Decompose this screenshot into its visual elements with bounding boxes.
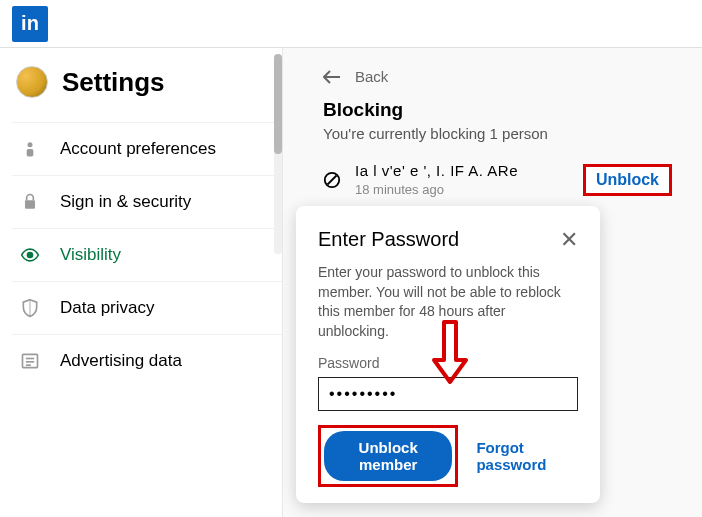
sidebar-item-label: Advertising data — [60, 351, 182, 371]
sidebar-item-advertising-data[interactable]: Advertising data — [12, 334, 282, 387]
person-icon — [20, 139, 40, 159]
blocked-info: Ia l v'e' e ', I. IF A. ARe 18 minutes a… — [355, 162, 569, 197]
sidebar-item-visibility[interactable]: Visibility — [12, 228, 282, 281]
modal-header: Enter Password ✕ — [318, 228, 578, 251]
password-label: Password — [318, 355, 578, 371]
sidebar-item-label: Sign in & security — [60, 192, 191, 212]
scrollbar-thumb[interactable] — [274, 54, 282, 154]
unblock-highlight-box: Unblock member — [318, 425, 458, 487]
sidebar-item-account-preferences[interactable]: Account preferences — [12, 122, 282, 175]
modal-title: Enter Password — [318, 228, 459, 251]
svg-point-3 — [28, 253, 33, 258]
content-subheading: You're currently blocking 1 person — [323, 125, 672, 142]
svg-rect-2 — [25, 200, 35, 208]
password-modal: Enter Password ✕ Enter your password to … — [296, 206, 600, 503]
page-title: Settings — [62, 67, 165, 98]
close-icon[interactable]: ✕ — [560, 229, 578, 251]
sidebar-item-label: Account preferences — [60, 139, 216, 159]
modal-actions: Unblock member Forgot password — [318, 425, 578, 487]
back-label: Back — [355, 68, 388, 85]
back-button[interactable]: Back — [323, 68, 672, 85]
top-bar: in — [0, 0, 702, 48]
blocked-time: 18 minutes ago — [355, 182, 569, 197]
sidebar-item-label: Data privacy — [60, 298, 154, 318]
arrow-left-icon — [323, 70, 341, 84]
unblock-button[interactable]: Unblock — [583, 164, 672, 196]
sidebar: Settings Account preferences Sign in & s… — [0, 48, 282, 517]
linkedin-logo[interactable]: in — [12, 6, 48, 42]
blocked-member-name: Ia l v'e' e ', I. IF A. ARe — [355, 162, 569, 179]
unblock-member-button[interactable]: Unblock member — [324, 431, 452, 481]
svg-rect-1 — [27, 149, 34, 157]
password-input[interactable] — [318, 377, 578, 411]
shield-icon — [20, 298, 40, 318]
blocked-member-row: Ia l v'e' e ', I. IF A. ARe 18 minutes a… — [323, 162, 672, 197]
scrollbar[interactable] — [274, 54, 282, 254]
svg-line-10 — [328, 175, 337, 184]
sidebar-item-label: Visibility — [60, 245, 121, 265]
newspaper-icon — [20, 351, 40, 371]
svg-point-0 — [28, 142, 33, 147]
block-icon — [323, 171, 341, 189]
eye-icon — [20, 245, 40, 265]
avatar[interactable] — [16, 66, 48, 98]
lock-icon — [20, 192, 40, 212]
content-heading: Blocking — [323, 99, 672, 121]
forgot-password-link[interactable]: Forgot password — [476, 439, 578, 473]
sidebar-item-sign-in-security[interactable]: Sign in & security — [12, 175, 282, 228]
modal-body-text: Enter your password to unblock this memb… — [318, 263, 578, 341]
sidebar-header: Settings — [12, 66, 282, 98]
sidebar-item-data-privacy[interactable]: Data privacy — [12, 281, 282, 334]
